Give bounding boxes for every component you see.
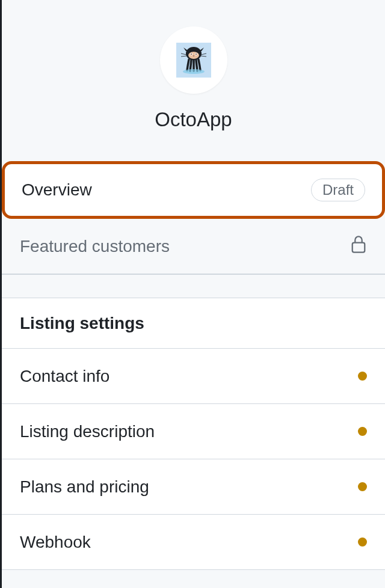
navigation-menu: Overview Draft Featured customers Listin… xyxy=(2,161,385,570)
menu-spacer xyxy=(2,274,385,298)
octocat-icon xyxy=(176,43,211,78)
svg-point-5 xyxy=(196,54,197,55)
svg-line-9 xyxy=(201,54,206,55)
nav-item-listing-description[interactable]: Listing description xyxy=(2,404,385,459)
lock-icon xyxy=(350,234,367,258)
svg-point-4 xyxy=(191,54,192,55)
svg-line-8 xyxy=(181,56,186,57)
app-title: OctoApp xyxy=(155,108,232,131)
svg-line-7 xyxy=(181,54,186,55)
status-dot-icon xyxy=(358,372,367,381)
app-header: OctoApp xyxy=(2,0,385,161)
nav-item-webhook[interactable]: Webhook xyxy=(2,515,385,570)
nav-item-overview[interactable]: Overview Draft xyxy=(2,161,385,219)
nav-item-label: Listing description xyxy=(20,422,358,441)
nav-item-label: Webhook xyxy=(20,533,358,552)
svg-point-1 xyxy=(188,52,199,59)
svg-point-6 xyxy=(193,55,194,57)
status-badge-draft: Draft xyxy=(311,179,365,201)
nav-item-contact-info[interactable]: Contact info xyxy=(2,349,385,404)
svg-point-11 xyxy=(183,69,205,74)
section-header-listing-settings: Listing settings xyxy=(2,298,385,349)
app-avatar xyxy=(160,26,227,94)
status-dot-icon xyxy=(358,482,367,491)
nav-item-label: Contact info xyxy=(20,367,358,386)
nav-item-featured-customers[interactable]: Featured customers xyxy=(2,219,385,274)
svg-rect-12 xyxy=(353,243,365,253)
nav-item-plans-and-pricing[interactable]: Plans and pricing xyxy=(2,459,385,515)
nav-item-label: Featured customers xyxy=(20,237,350,256)
nav-item-label: Overview xyxy=(22,180,311,200)
status-dot-icon xyxy=(358,427,367,436)
status-dot-icon xyxy=(358,537,367,547)
svg-line-10 xyxy=(201,56,206,57)
nav-item-label: Plans and pricing xyxy=(20,477,358,497)
